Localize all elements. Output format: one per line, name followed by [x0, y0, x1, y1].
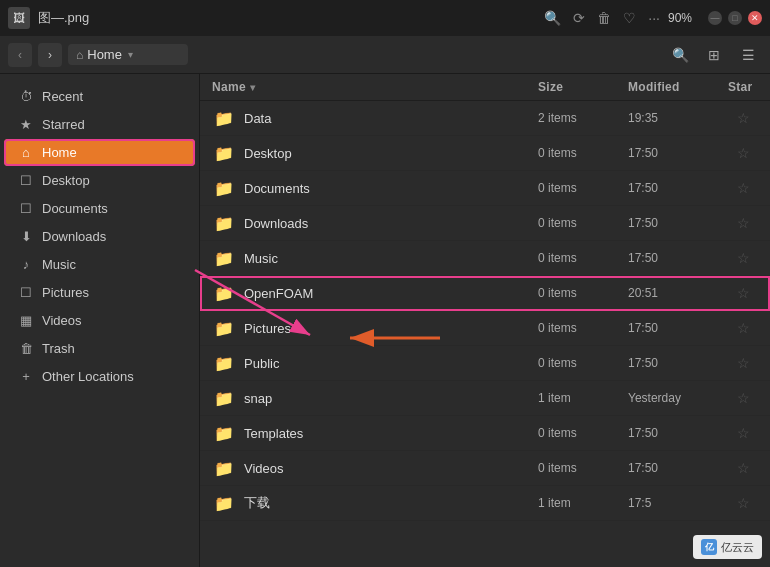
file-modified-documents: 17:50	[628, 181, 728, 195]
folder-icon-snap: 📁	[212, 386, 236, 410]
star-data[interactable]: ☆	[728, 110, 758, 126]
sidebar-item-pictures[interactable]: ☐ Pictures	[4, 279, 195, 306]
location-bar[interactable]: ⌂ Home ▾	[68, 44, 188, 65]
file-name-xiazai: 下载	[244, 494, 538, 512]
header-modified[interactable]: Modified	[628, 80, 728, 94]
header-star[interactable]: Star	[728, 80, 758, 94]
star-public[interactable]: ☆	[728, 355, 758, 371]
file-size-pictures: 0 items	[538, 321, 628, 335]
file-row-data[interactable]: 📁 Data 2 items 19:35 ☆	[200, 101, 770, 136]
recent-icon: ⏱	[18, 89, 34, 104]
star-xiazai[interactable]: ☆	[728, 495, 758, 511]
file-row-documents[interactable]: 📁 Documents 0 items 17:50 ☆	[200, 171, 770, 206]
zoom-level: 90%	[668, 11, 692, 25]
title-bar-actions: 🔍 ⟳ 🗑 ♡ ···	[544, 10, 660, 26]
file-row-public[interactable]: 📁 Public 0 items 17:50 ☆	[200, 346, 770, 381]
star-templates[interactable]: ☆	[728, 425, 758, 441]
file-row-pictures[interactable]: 📁 Pictures 0 items 17:50 ☆	[200, 311, 770, 346]
sidebar-item-documents[interactable]: ☐ Documents	[4, 195, 195, 222]
window-title: 图—.png	[38, 9, 536, 27]
file-size-desktop: 0 items	[538, 146, 628, 160]
folder-icon-desktop: 📁	[212, 141, 236, 165]
file-row-music[interactable]: 📁 Music 0 items 17:50 ☆	[200, 241, 770, 276]
file-row-desktop[interactable]: 📁 Desktop 0 items 17:50 ☆	[200, 136, 770, 171]
file-modified-xiazai: 17:5	[628, 496, 728, 510]
star-pictures[interactable]: ☆	[728, 320, 758, 336]
sidebar-label-recent: Recent	[42, 89, 83, 104]
file-modified-snap: Yesterday	[628, 391, 728, 405]
sidebar-item-videos[interactable]: ▦ Videos	[4, 307, 195, 334]
sidebar-item-downloads[interactable]: ⬇ Downloads	[4, 223, 195, 250]
sidebar-item-home[interactable]: ⌂ Home	[4, 139, 195, 166]
file-name-videos: Videos	[244, 461, 538, 476]
star-desktop[interactable]: ☆	[728, 145, 758, 161]
file-name-openfoam: OpenFOAM	[244, 286, 538, 301]
close-button[interactable]: ✕	[748, 11, 762, 25]
star-openfoam[interactable]: ☆	[728, 285, 758, 301]
sidebar-label-pictures: Pictures	[42, 285, 89, 300]
pictures-icon: ☐	[18, 285, 34, 300]
grid-view-button[interactable]: ⊞	[700, 41, 728, 69]
star-music[interactable]: ☆	[728, 250, 758, 266]
file-size-openfoam: 0 items	[538, 286, 628, 300]
file-name-music: Music	[244, 251, 538, 266]
sidebar-item-music[interactable]: ♪ Music	[4, 251, 195, 278]
sidebar-label-videos: Videos	[42, 313, 82, 328]
header-name[interactable]: Name ▾	[212, 80, 538, 94]
toolbar: ‹ › ⌂ Home ▾ 🔍 ⊞ ☰	[0, 36, 770, 74]
folder-icon-templates: 📁	[212, 421, 236, 445]
file-modified-pictures: 17:50	[628, 321, 728, 335]
sidebar-item-other-locations[interactable]: + Other Locations	[4, 363, 195, 390]
file-row-snap[interactable]: 📁 snap 1 item Yesterday ☆	[200, 381, 770, 416]
star-videos[interactable]: ☆	[728, 460, 758, 476]
file-name-data: Data	[244, 111, 538, 126]
search-action-icon[interactable]: 🔍	[544, 10, 561, 26]
trash-icon: 🗑	[18, 341, 34, 356]
sidebar-label-starred: Starred	[42, 117, 85, 132]
star-documents[interactable]: ☆	[728, 180, 758, 196]
favorite-icon[interactable]: ♡	[623, 10, 636, 26]
sidebar-label-other-locations: Other Locations	[42, 369, 134, 384]
star-snap[interactable]: ☆	[728, 390, 758, 406]
file-size-public: 0 items	[538, 356, 628, 370]
folder-icon-downloads: 📁	[212, 211, 236, 235]
back-button[interactable]: ‹	[8, 43, 32, 67]
sidebar-label-documents: Documents	[42, 201, 108, 216]
sidebar-item-trash[interactable]: 🗑 Trash	[4, 335, 195, 362]
file-modified-desktop: 17:50	[628, 146, 728, 160]
file-size-music: 0 items	[538, 251, 628, 265]
maximize-button[interactable]: □	[728, 11, 742, 25]
file-row-videos[interactable]: 📁 Videos 0 items 17:50 ☆	[200, 451, 770, 486]
sidebar-item-desktop[interactable]: ☐ Desktop	[4, 167, 195, 194]
file-modified-videos: 17:50	[628, 461, 728, 475]
forward-button[interactable]: ›	[38, 43, 62, 67]
file-name-downloads: Downloads	[244, 216, 538, 231]
more-icon[interactable]: ···	[648, 10, 660, 26]
sidebar-item-recent[interactable]: ⏱ Recent	[4, 83, 195, 110]
sidebar-label-music: Music	[42, 257, 76, 272]
location-dropdown-icon[interactable]: ▾	[128, 49, 133, 60]
file-row-openfoam[interactable]: 📁 OpenFOAM 0 items 20:51 ☆	[200, 276, 770, 311]
sidebar-item-starred[interactable]: ★ Starred	[4, 111, 195, 138]
header-size[interactable]: Size	[538, 80, 628, 94]
search-button[interactable]: 🔍	[666, 41, 694, 69]
minimize-button[interactable]: —	[708, 11, 722, 25]
desktop-icon: ☐	[18, 173, 34, 188]
folder-icon-public: 📁	[212, 351, 236, 375]
folder-icon-data: 📁	[212, 106, 236, 130]
file-row-xiazai[interactable]: 📁 下载 1 item 17:5 ☆	[200, 486, 770, 521]
file-modified-data: 19:35	[628, 111, 728, 125]
file-modified-downloads: 17:50	[628, 216, 728, 230]
starred-icon: ★	[18, 117, 34, 132]
reload-icon[interactable]: ⟳	[573, 10, 585, 26]
folder-icon-videos: 📁	[212, 456, 236, 480]
list-view-button[interactable]: ☰	[734, 41, 762, 69]
star-downloads[interactable]: ☆	[728, 215, 758, 231]
file-modified-templates: 17:50	[628, 426, 728, 440]
file-list-header: Name ▾ Size Modified Star	[200, 74, 770, 101]
file-row-templates[interactable]: 📁 Templates 0 items 17:50 ☆	[200, 416, 770, 451]
file-row-downloads[interactable]: 📁 Downloads 0 items 17:50 ☆	[200, 206, 770, 241]
delete-icon[interactable]: 🗑	[597, 10, 611, 26]
folder-icon-xiazai: 📁	[212, 491, 236, 515]
file-list: 📁 Data 2 items 19:35 ☆ 📁 Desktop 0 items…	[200, 101, 770, 567]
